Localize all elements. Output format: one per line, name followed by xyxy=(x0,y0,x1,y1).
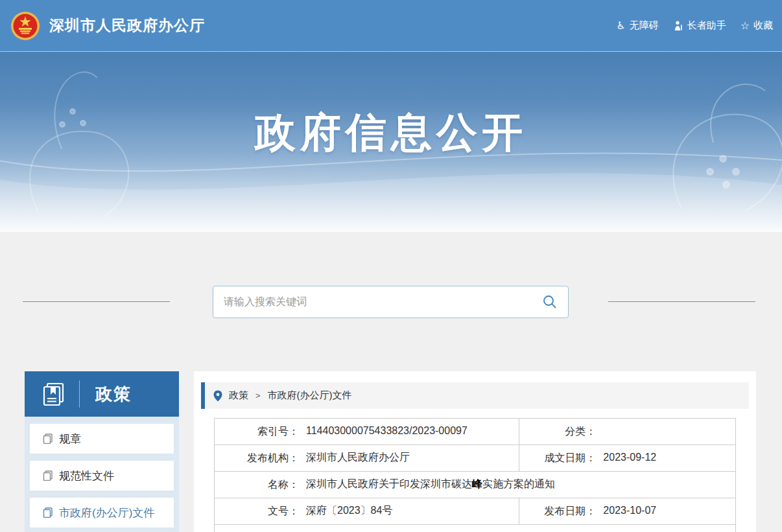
issuing-agency-label: 发布机构： xyxy=(215,452,299,465)
document-name-label: 名称： xyxy=(215,478,299,492)
sidebar-item-label: 市政府(办公厅)文件 xyxy=(59,505,154,520)
favorite-label: 收藏 xyxy=(753,19,773,32)
publish-date-label: 发布日期： xyxy=(519,505,596,518)
publish-date-value: 2023-10-07 xyxy=(603,505,656,516)
sidebar-header: 政策 xyxy=(25,371,179,417)
breadcrumb-current[interactable]: 市政府(办公厅)文件 xyxy=(268,389,352,402)
policy-sidebar: 政策 规章 规范性文件 xyxy=(25,371,179,532)
written-date-cell: 成文日期：2023-09-12 xyxy=(519,445,736,472)
left-decorative-line xyxy=(23,301,170,302)
sidebar-header-divider xyxy=(79,380,80,408)
index-number-label: 索引号： xyxy=(215,425,299,439)
search-input[interactable] xyxy=(224,296,542,308)
document-number-cell: 文号：深府〔2023〕84号 xyxy=(215,498,519,525)
accessibility-label: 无障碍 xyxy=(630,19,659,32)
written-date-label: 成文日期： xyxy=(519,452,596,465)
elder-assist-label: 长者助手 xyxy=(687,19,726,32)
sidebar-item-normative-documents[interactable]: 规范性文件 xyxy=(30,461,174,491)
sidebar-item-municipal-documents[interactable]: 市政府(办公厅)文件 xyxy=(30,498,174,527)
sidebar-item-regulations[interactable]: 规章 xyxy=(30,424,174,454)
issuing-agency-cell: 发布机构：深圳市人民政府办公厅 xyxy=(215,445,519,472)
name-highlighted-keyword: 峰 xyxy=(472,478,482,489)
search-box xyxy=(213,286,569,318)
national-emblem-icon xyxy=(10,11,40,41)
document-icon xyxy=(43,470,53,481)
document-icon xyxy=(43,507,53,518)
name-text: 深圳市人民政府关于印发深圳市碳达 xyxy=(306,478,472,489)
category-cell: 分类： xyxy=(519,419,736,445)
table-row: 索引号：114403000075433823/2023-00097 分类： xyxy=(215,419,736,445)
document-name-value: 深圳市人民政府关于印发深圳市碳达峰实施方案的通知 xyxy=(306,478,555,489)
accessibility-icon: ♿ xyxy=(616,21,625,31)
top-utility-links: ♿ 无障碍 长者助手 ☆ 收藏 xyxy=(616,19,773,32)
sidebar-title: 政策 xyxy=(95,383,132,406)
index-number-value: 114403000075433823/2023-00097 xyxy=(306,425,468,436)
hero-banner: 政府信息公开 xyxy=(0,52,782,232)
truncated-row-cell xyxy=(215,525,736,532)
star-icon: ☆ xyxy=(741,21,750,31)
favorite-link[interactable]: ☆ 收藏 xyxy=(741,19,773,32)
search-button[interactable] xyxy=(542,294,558,310)
document-icon xyxy=(43,434,53,444)
document-number-value: 深府〔2023〕84号 xyxy=(306,505,392,516)
breadcrumb-policy[interactable]: 政策 xyxy=(229,389,248,402)
elder-assist-link[interactable]: 长者助手 xyxy=(673,19,726,32)
issuing-agency-value: 深圳市人民政府办公厅 xyxy=(306,452,410,463)
policy-book-icon xyxy=(41,382,66,406)
sidebar-item-label: 规章 xyxy=(59,432,81,446)
breadcrumb-separator: > xyxy=(255,391,261,400)
elder-assist-icon xyxy=(673,21,683,31)
accessibility-link[interactable]: ♿ 无障碍 xyxy=(616,19,658,32)
search-row xyxy=(0,286,782,318)
content-row: 政策 规章 规范性文件 xyxy=(0,371,782,532)
document-name-cell: 名称：深圳市人民政府关于印发深圳市碳达峰实施方案的通知 xyxy=(215,472,736,498)
document-number-label: 文号： xyxy=(215,505,299,518)
content-section: 政策 规章 规范性文件 xyxy=(0,232,782,532)
table-row: 文号：深府〔2023〕84号 发布日期：2023-10-07 xyxy=(215,498,736,525)
category-label: 分类： xyxy=(519,425,596,439)
sidebar-item-label: 规范性文件 xyxy=(59,468,114,483)
search-icon xyxy=(542,294,558,310)
written-date-value: 2023-09-12 xyxy=(603,452,656,463)
top-header: 深圳市人民政府办公厅 ♿ 无障碍 长者助手 ☆ 收藏 xyxy=(0,0,782,52)
right-decorative-line xyxy=(608,301,755,302)
site-title: 深圳市人民政府办公厅 xyxy=(49,16,205,36)
index-number-cell: 索引号：114403000075433823/2023-00097 xyxy=(215,419,519,445)
document-detail-card: 政策 > 市政府(办公厅)文件 索引号：114403000075433823/2… xyxy=(194,371,756,532)
page-title: 政府信息公开 xyxy=(0,52,782,161)
table-row xyxy=(215,525,736,532)
sidebar-list: 规章 规范性文件 市政府(办公厅)文件 xyxy=(25,417,179,532)
table-row: 名称：深圳市人民政府关于印发深圳市碳达峰实施方案的通知 xyxy=(215,472,736,498)
breadcrumb: 政策 > 市政府(办公厅)文件 xyxy=(201,382,749,409)
table-row: 发布机构：深圳市人民政府办公厅 成文日期：2023-09-12 xyxy=(215,445,736,472)
location-pin-icon xyxy=(213,390,222,402)
name-text: 实施方案的通知 xyxy=(482,478,555,489)
publish-date-cell: 发布日期：2023-10-07 xyxy=(519,498,736,525)
document-metadata-table: 索引号：114403000075433823/2023-00097 分类： 发布… xyxy=(214,418,736,532)
